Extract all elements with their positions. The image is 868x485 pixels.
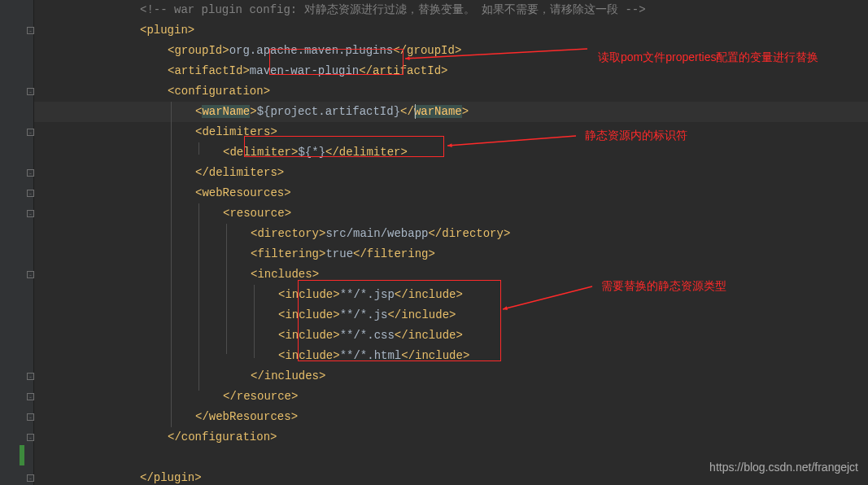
fold-toggle-icon[interactable]: - — [27, 271, 34, 278]
xml-tag: webResources — [209, 410, 291, 423]
fold-toggle-icon[interactable]: - — [27, 210, 34, 217]
code-line[interactable]: </webResources> — [34, 407, 298, 427]
xml-tag: configuration — [181, 430, 270, 443]
code-line[interactable] — [34, 448, 168, 468]
code-line[interactable]: <!-- war plugin config: 对静态资源进行过滤，替换变量。 … — [34, 0, 646, 20]
xml-bracket: > — [463, 349, 469, 362]
code-line[interactable]: </includes> — [34, 366, 325, 387]
xml-bracket: </ — [223, 390, 237, 403]
code-line[interactable]: <delimiter>${*}</delimiter> — [34, 142, 408, 163]
xml-bracket: > — [504, 227, 510, 240]
xml-bracket: > — [291, 390, 298, 403]
xml-bracket: > — [400, 146, 407, 159]
annotation-arrow — [495, 278, 600, 317]
xml-bracket: </ — [387, 308, 401, 321]
xml-tag: resource — [237, 390, 291, 403]
code-line[interactable]: <include>**/*.html</include> — [34, 346, 469, 366]
xml-bracket: </ — [195, 410, 209, 423]
xml-tag: configuration — [174, 85, 263, 98]
xml-bracket: </ — [395, 288, 408, 301]
xml-bracket: > — [333, 329, 339, 342]
code-area[interactable]: <!-- war plugin config: 对静态资源进行过滤，替换变量。 … — [34, 0, 868, 485]
code-line[interactable]: <directory>src/main/webapp</directory> — [34, 224, 510, 244]
gutter: ------------ — [0, 0, 34, 485]
fold-toggle-icon[interactable]: - — [27, 27, 34, 34]
code-line[interactable]: <include>**/*.css</include> — [34, 326, 463, 346]
xml-bracket: > — [270, 125, 277, 138]
fold-toggle-icon[interactable]: - — [27, 413, 34, 421]
fold-toggle-icon[interactable]: - — [27, 190, 34, 197]
xml-bracket: > — [285, 207, 291, 220]
xml-bracket: </ — [428, 227, 442, 240]
svg-marker-5 — [503, 306, 508, 310]
fold-toggle-icon[interactable]: - — [27, 88, 34, 95]
code-line[interactable]: <configuration> — [34, 81, 270, 102]
xml-tag: filtering — [367, 247, 429, 260]
xml-bracket: </ — [400, 105, 414, 118]
xml-tag: include — [401, 308, 449, 321]
fold-toggle-icon[interactable]: - — [27, 169, 34, 177]
fold-toggle-icon[interactable]: - — [27, 393, 34, 400]
xml-text: **/*.css — [340, 329, 395, 342]
xml-bracket: </ — [353, 247, 367, 260]
code-line[interactable]: <plugin> — [34, 20, 194, 41]
code-line[interactable]: <includes> — [34, 264, 319, 285]
code-line[interactable]: </delimiters> — [34, 163, 284, 183]
code-line[interactable]: <include>**/*.jsp</include> — [34, 285, 463, 305]
xml-bracket: > — [284, 186, 290, 199]
xml-text: src/main/webapp — [325, 227, 428, 240]
xml-bracket: > — [428, 247, 434, 260]
xml-text: **/*.html — [340, 349, 402, 362]
xml-text: org.apache.maven.plugins — [229, 44, 394, 57]
fold-toggle-icon[interactable]: - — [27, 474, 34, 482]
xml-tag: includes — [257, 268, 312, 281]
annotation-text: 读取pom文件properties配置的变量进行替换 — [598, 50, 819, 65]
xml-bracket: </ — [168, 430, 181, 443]
xml-bracket: > — [242, 64, 249, 77]
fold-toggle-icon[interactable]: - — [27, 129, 34, 136]
fold-toggle-icon[interactable]: - — [27, 373, 34, 380]
xml-tag: warName — [202, 105, 250, 118]
xml-tag: include — [285, 329, 333, 342]
code-line[interactable]: </configuration> — [34, 427, 277, 448]
xml-bracket: > — [462, 105, 469, 118]
code-line[interactable]: <resource> — [34, 203, 291, 224]
code-line[interactable]: <delimiters> — [34, 122, 277, 142]
xml-tag: plugin — [154, 471, 194, 484]
xml-tag: delimiter — [229, 146, 291, 159]
xml-tag: groupId — [407, 44, 455, 57]
annotation-text: 静态资源内的标识符 — [585, 129, 687, 143]
xml-bracket: > — [291, 410, 298, 423]
fold-toggle-icon[interactable]: - — [27, 434, 34, 441]
xml-bracket: > — [277, 166, 284, 179]
code-line[interactable]: <include>**/*.js</include> — [34, 305, 456, 326]
xml-bracket: > — [250, 105, 256, 118]
xml-tag: artifactId — [373, 64, 441, 77]
xml-tag: include — [415, 349, 463, 362]
xml-bracket: > — [333, 349, 339, 362]
xml-tag: artifactId — [174, 64, 242, 77]
code-line[interactable]: <filtering>true</filtering> — [34, 244, 435, 264]
xml-bracket: </ — [401, 349, 415, 362]
xml-bracket: </ — [140, 471, 154, 484]
code-line[interactable]: <webResources> — [34, 183, 291, 203]
code-line[interactable]: </resource> — [34, 387, 298, 407]
code-line[interactable]: <artifactId>maven-war-plugin</artifactId… — [34, 61, 447, 81]
code-line[interactable]: <groupId>org.apache.maven.plugins</group… — [34, 41, 461, 61]
xml-tag: include — [285, 288, 333, 301]
code-line[interactable]: </plugin> — [34, 468, 202, 485]
xml-comment: <!-- war plugin config: 对静态资源进行过滤，替换变量。 … — [140, 3, 646, 16]
xml-bracket: </ — [395, 329, 408, 342]
xml-tag: directory — [257, 227, 319, 240]
xml-tag: include — [408, 329, 456, 342]
current-line-marker — [20, 445, 24, 465]
xml-bracket: </ — [251, 369, 264, 382]
xml-tag: include — [285, 308, 333, 321]
annotation-text: 需要替换的静态资源类型 — [601, 279, 726, 294]
xml-bracket: > — [455, 44, 461, 57]
xml-tag: delimiters — [202, 125, 270, 138]
code-line[interactable]: <warName>${project.artifactId}</warName> — [34, 102, 469, 122]
xml-text: **/*.js — [340, 308, 388, 321]
indent-guide — [254, 285, 255, 358]
xml-tag: directory — [442, 227, 504, 240]
